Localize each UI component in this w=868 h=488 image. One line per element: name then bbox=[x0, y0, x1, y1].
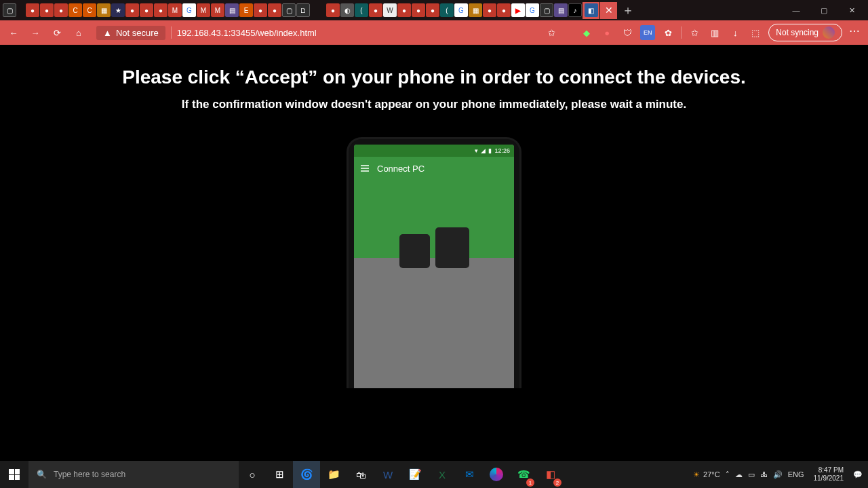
tab-icon[interactable]: ● bbox=[254, 3, 267, 17]
separator bbox=[171, 26, 172, 39]
window-close[interactable]: ✕ bbox=[838, 0, 865, 20]
taskbar-search[interactable]: 🔍 Type here to search bbox=[28, 461, 239, 488]
tab-icon[interactable]: G bbox=[526, 3, 539, 17]
downloads-icon[interactable]: ↓ bbox=[728, 25, 743, 40]
edge-icon[interactable]: 🌀 bbox=[293, 461, 320, 488]
tab-icon[interactable]: ● bbox=[326, 3, 340, 17]
weather-widget[interactable]: ☀ 27°C bbox=[693, 470, 720, 479]
reader-icon[interactable]: ✩ bbox=[544, 25, 559, 40]
tray-chevron-icon[interactable]: ˄ bbox=[726, 470, 730, 479]
home-button[interactable]: ⌂ bbox=[71, 24, 87, 41]
tab-icon[interactable]: ( bbox=[440, 3, 454, 17]
profile-sync-button[interactable]: Not syncing bbox=[768, 24, 842, 41]
explorer-icon[interactable]: 📁 bbox=[320, 461, 347, 488]
phone-app-bar: Connect PC bbox=[354, 157, 514, 180]
store-icon[interactable]: 🛍 bbox=[347, 461, 374, 488]
new-tab-button[interactable]: ＋ bbox=[618, 0, 638, 20]
browser-tab-strip: ▢ ● ● ● C C ▦ ★ ● ● ● M G M M ▤ E ● ● ▢ … bbox=[0, 0, 868, 20]
tab-icon[interactable]: C bbox=[83, 3, 96, 17]
refresh-button[interactable]: ⟳ bbox=[49, 24, 65, 41]
tab-icon[interactable]: C bbox=[68, 3, 82, 17]
search-icon: 🔍 bbox=[37, 470, 47, 479]
app-icon[interactable] bbox=[483, 461, 510, 488]
tab-icon[interactable]: ▤ bbox=[225, 3, 239, 17]
extensions-icon[interactable]: ⬚ bbox=[748, 25, 763, 40]
weather-temp: 27°C bbox=[703, 470, 720, 478]
page-heading: Please click “Accept” on your phone in o… bbox=[0, 67, 868, 88]
extension-icon[interactable]: ✿ bbox=[660, 25, 675, 40]
security-indicator[interactable]: ▲ Not secure bbox=[96, 26, 165, 40]
whatsapp-icon[interactable]: ☎1 bbox=[510, 461, 537, 488]
task-view-icon[interactable]: ⊞ bbox=[266, 461, 293, 488]
tab-icon[interactable]: W bbox=[383, 3, 397, 17]
cortana-icon[interactable]: ○ bbox=[239, 461, 266, 488]
start-button[interactable] bbox=[0, 461, 28, 488]
app-title: Connect PC bbox=[377, 164, 425, 174]
language-indicator[interactable]: ENG bbox=[788, 470, 804, 478]
tab-icon[interactable]: ● bbox=[397, 3, 411, 17]
tab-icon[interactable]: ● bbox=[268, 3, 281, 17]
battery-icon[interactable]: ▭ bbox=[748, 470, 755, 479]
tab-icon[interactable]: G bbox=[182, 3, 196, 17]
active-tab[interactable]: ◧ bbox=[583, 2, 599, 19]
tab-icon[interactable]: ● bbox=[412, 3, 425, 17]
tab-icon[interactable]: ▦ bbox=[97, 3, 111, 17]
tab-icon[interactable]: ● bbox=[140, 3, 153, 17]
app-icon[interactable]: ◧2 bbox=[537, 461, 564, 488]
window-minimize[interactable]: ― bbox=[783, 0, 810, 20]
tab-icon[interactable]: ▤ bbox=[554, 3, 568, 17]
back-button[interactable]: ← bbox=[5, 24, 22, 41]
tab-icon[interactable]: ( bbox=[355, 3, 368, 17]
tab-icon[interactable]: ▶ bbox=[511, 3, 525, 17]
address-url[interactable]: 192.168.43.1:33455/web/index.html bbox=[177, 28, 317, 38]
tab-overview-icon[interactable]: ▢ bbox=[3, 3, 16, 17]
favorites-icon[interactable]: ✩ bbox=[687, 25, 702, 40]
tab-icon[interactable]: ● bbox=[125, 3, 139, 17]
window-maximize[interactable]: ▢ bbox=[810, 0, 837, 20]
tab-icon[interactable]: ● bbox=[426, 3, 439, 17]
tab-icon[interactable]: M bbox=[197, 3, 210, 17]
tab-icon[interactable]: ▢ bbox=[540, 3, 553, 17]
tab-icon[interactable]: ◐ bbox=[340, 3, 354, 17]
extension-icon[interactable]: ◆ bbox=[579, 25, 594, 40]
tab-icon[interactable]: ▢ bbox=[282, 3, 296, 17]
tab-icon[interactable]: ● bbox=[154, 3, 167, 17]
tab-icon[interactable]: ● bbox=[483, 3, 496, 17]
browser-toolbar: ← → ⟳ ⌂ ▲ Not secure 192.168.43.1:33455/… bbox=[0, 20, 868, 45]
tab-icon[interactable]: E bbox=[239, 3, 253, 17]
extension-icon[interactable]: 🛡 bbox=[620, 25, 635, 40]
tab-icon[interactable]: ▦ bbox=[469, 3, 482, 17]
tab-icon[interactable]: ● bbox=[369, 3, 382, 17]
volume-icon[interactable]: 🔊 bbox=[773, 470, 783, 479]
sync-label: Not syncing bbox=[776, 28, 818, 37]
excel-icon[interactable]: X bbox=[429, 461, 456, 488]
notes-icon[interactable]: 📝 bbox=[401, 461, 429, 488]
close-tab-button[interactable]: ✕ bbox=[600, 2, 617, 19]
device-icon bbox=[435, 227, 469, 268]
separator bbox=[681, 26, 682, 39]
tab-icon[interactable]: ★ bbox=[111, 3, 125, 17]
taskbar-apps: ○ ⊞ 🌀 📁 🛍 W 📝 X ✉ ☎1 ◧2 bbox=[239, 461, 564, 488]
tab-icon[interactable]: ♪ bbox=[568, 3, 582, 17]
tab-icon[interactable]: ● bbox=[54, 3, 68, 17]
onedrive-icon[interactable]: ☁ bbox=[735, 470, 743, 479]
tab-icon[interactable]: ● bbox=[40, 3, 54, 17]
notifications-icon[interactable]: 💬 bbox=[853, 470, 863, 479]
page-content: Please click “Accept” on your phone in o… bbox=[0, 45, 868, 461]
extension-icon[interactable]: ● bbox=[599, 25, 614, 40]
tab-icon[interactable]: 🗋 bbox=[296, 3, 310, 17]
extension-icon[interactable]: EN bbox=[640, 25, 655, 40]
forward-button[interactable]: → bbox=[27, 24, 43, 41]
tab-icon[interactable]: M bbox=[211, 3, 224, 17]
network-icon[interactable]: 🖧 bbox=[760, 470, 768, 478]
phone-status-bar: ▾ ◢ ▮ 12:26 bbox=[354, 145, 514, 157]
tab-icon[interactable]: ● bbox=[26, 3, 39, 17]
tab-icon[interactable]: ● bbox=[497, 3, 511, 17]
clock[interactable]: 8:47 PM 11/9/2021 bbox=[810, 466, 848, 483]
word-icon[interactable]: W bbox=[374, 461, 401, 488]
tab-icon[interactable]: M bbox=[168, 3, 182, 17]
menu-button[interactable]: ⋯ bbox=[848, 25, 863, 40]
tab-icon[interactable]: G bbox=[454, 3, 468, 17]
outlook-icon[interactable]: ✉ bbox=[456, 461, 483, 488]
collections-icon[interactable]: ▥ bbox=[707, 25, 722, 40]
